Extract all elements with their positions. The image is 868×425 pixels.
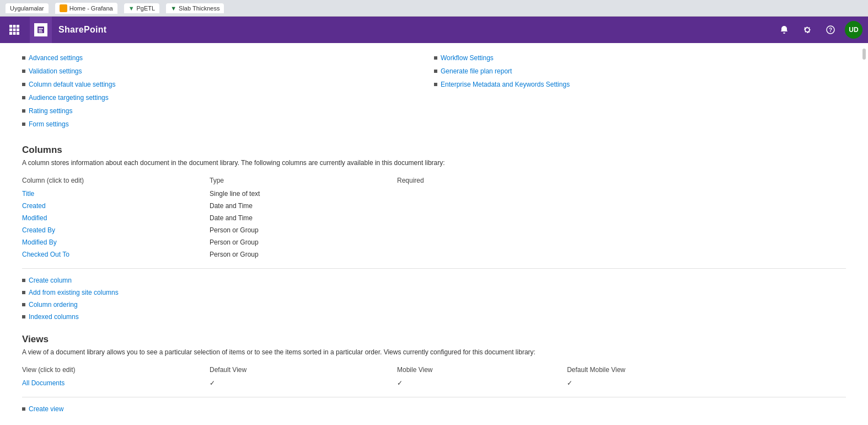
link-create-view[interactable]: Create view: [22, 405, 846, 413]
label-workflow-settings: Workflow Settings: [441, 54, 494, 62]
col-modified-required: [397, 212, 846, 224]
tab-grafana-label: Home - Grafana: [69, 5, 113, 12]
link-create-column[interactable]: Create column: [22, 277, 846, 284]
table-row: Modified Date and Time: [22, 212, 846, 224]
col-title-link[interactable]: Title: [22, 190, 34, 198]
settings-col-right: Workflow Settings Generate file plan rep…: [434, 54, 846, 128]
view-header-view: View (click to edit): [22, 364, 210, 377]
bullet-column-default-value: [22, 83, 25, 86]
svg-rect-1: [13, 25, 16, 28]
label-form-settings: Form settings: [29, 120, 69, 128]
view-all-docs-default: ✓: [210, 377, 397, 389]
svg-rect-4: [13, 29, 16, 31]
link-rating-settings[interactable]: Rating settings: [22, 107, 434, 115]
svg-rect-7: [13, 32, 16, 35]
table-row: All Documents ✓ ✓ ✓: [22, 377, 846, 389]
svg-rect-12: [39, 31, 42, 33]
label-advanced-settings: Advanced settings: [29, 54, 83, 62]
view-header-mobile: Mobile View: [397, 364, 567, 377]
link-advanced-settings[interactable]: Advanced settings: [22, 54, 434, 62]
bullet-column-ordering: [22, 303, 25, 306]
svg-rect-3: [9, 29, 12, 31]
notification-button[interactable]: [775, 21, 793, 39]
view-header-default: Default View: [210, 364, 397, 377]
bullet-create-view: [22, 407, 25, 411]
label-column-default-value: Column default value settings: [29, 81, 115, 88]
views-divider: [22, 397, 846, 397]
grafana-favicon: [60, 4, 67, 12]
columns-section: Columns A column stores information abou…: [22, 145, 846, 321]
link-add-from-existing[interactable]: Add from existing site columns: [22, 289, 846, 296]
link-form-settings[interactable]: Form settings: [22, 120, 434, 128]
view-all-documents-link[interactable]: All Documents: [22, 379, 65, 387]
bullet-generate-file-plan: [434, 70, 437, 73]
bullet-indexed-columns: [22, 315, 25, 318]
columns-table-header-row: Column (click to edit) Type Required: [22, 174, 846, 188]
view-all-docs-default-mobile: ✓: [567, 377, 846, 389]
bullet-add-from-existing: [22, 291, 25, 294]
sp-title: SharePoint: [58, 25, 106, 35]
views-section-desc: A view of a document library allows you …: [22, 348, 846, 356]
table-row: Modified By Person or Group: [22, 236, 846, 248]
link-column-ordering[interactable]: Column ordering: [22, 301, 846, 309]
col-created-required: [397, 200, 846, 212]
svg-rect-8: [17, 32, 19, 35]
sp-header: SharePoint ? UD: [0, 17, 868, 43]
svg-rect-0: [9, 25, 12, 28]
table-row: Checked Out To Person or Group: [22, 248, 846, 261]
label-column-ordering: Column ordering: [29, 301, 78, 309]
link-indexed-columns[interactable]: Indexed columns: [22, 313, 846, 321]
col-modified-type: Date and Time: [210, 212, 397, 224]
columns-section-desc: A column stores information about each d…: [22, 159, 846, 167]
svg-rect-5: [17, 29, 19, 31]
label-validation-settings: Validation settings: [29, 67, 82, 75]
table-row: Title Single line of text: [22, 188, 846, 200]
tab-grafana[interactable]: Home - Grafana: [55, 3, 117, 14]
sp-logo-box: [30, 17, 52, 43]
svg-rect-2: [17, 25, 19, 28]
settings-button[interactable]: [799, 21, 816, 39]
col-created-by-link[interactable]: Created By: [22, 226, 55, 234]
link-column-default-value[interactable]: Column default value settings: [22, 81, 434, 88]
col-created-by-required: [397, 224, 846, 236]
tab-pgetl[interactable]: ▼ PgETL: [124, 3, 160, 13]
waffle-button[interactable]: [6, 21, 23, 39]
bullet-audience-targeting: [22, 96, 25, 99]
table-row: Created Date and Time: [22, 200, 846, 212]
table-row: Created By Person or Group: [22, 224, 846, 236]
bullet-rating-settings: [22, 109, 25, 113]
col-checked-out-to-link[interactable]: Checked Out To: [22, 251, 69, 258]
settings-col-left: Advanced settings Validation settings Co…: [22, 54, 434, 128]
col-created-link[interactable]: Created: [22, 202, 46, 210]
column-actions: Create column Add from existing site col…: [22, 277, 846, 321]
bullet-validation-settings: [22, 70, 25, 73]
tab-slab-label: Slab Thickness: [179, 5, 219, 12]
tab-uygulamalar[interactable]: Uygulamalar: [6, 3, 49, 13]
link-workflow-settings[interactable]: Workflow Settings: [434, 54, 846, 62]
label-create-column: Create column: [29, 277, 72, 284]
col-modified-by-link[interactable]: Modified By: [22, 238, 57, 246]
link-generate-file-plan[interactable]: Generate file plan report: [434, 67, 846, 75]
link-audience-targeting[interactable]: Audience targeting settings: [22, 94, 434, 102]
view-actions: Create view: [22, 405, 846, 413]
svg-text:?: ?: [829, 27, 832, 33]
col-checked-out-to-type: Person or Group: [210, 248, 397, 261]
bullet-advanced-settings: [22, 56, 25, 60]
bullet-create-column: [22, 279, 25, 282]
link-enterprise-metadata[interactable]: Enterprise Metadata and Keywords Setting…: [434, 81, 846, 88]
columns-table: Column (click to edit) Type Required Tit…: [22, 174, 846, 261]
svg-rect-11: [39, 30, 42, 31]
pgetl-favicon-icon: ▼: [128, 5, 135, 12]
view-header-default-mobile: Default Mobile View: [567, 364, 846, 377]
label-enterprise-metadata: Enterprise Metadata and Keywords Setting…: [441, 81, 570, 88]
views-section-title: Views: [22, 334, 846, 345]
label-audience-targeting: Audience targeting settings: [29, 94, 109, 102]
label-generate-file-plan: Generate file plan report: [441, 67, 512, 75]
tab-slab[interactable]: ▼ Slab Thickness: [166, 3, 224, 13]
link-validation-settings[interactable]: Validation settings: [22, 67, 434, 75]
col-title-type: Single line of text: [210, 188, 397, 200]
tab-uygulamalar-label: Uygulamalar: [10, 5, 44, 12]
col-modified-link[interactable]: Modified: [22, 214, 47, 222]
user-avatar[interactable]: UD: [845, 21, 862, 39]
help-button[interactable]: ?: [822, 21, 839, 39]
